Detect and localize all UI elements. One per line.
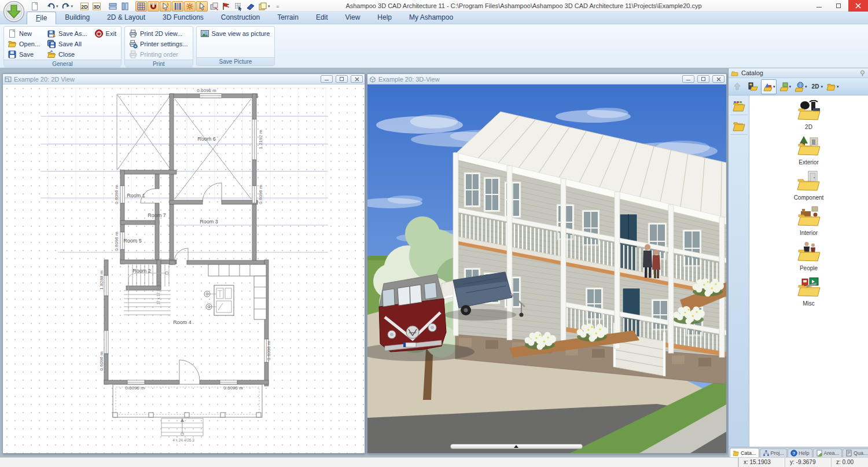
catalog-tab-proj[interactable]: Proj... [760,448,788,457]
qat-redo[interactable]: ▾ [60,1,75,12]
ribbon-item-save-as-[interactable]: Save As... [47,28,87,39]
catalog-item-component[interactable]: Component [794,171,824,201]
catalog-toolbar-materials-catalog[interactable]: ▾ [777,79,793,94]
catalog-tab-qua[interactable]: Qua... [843,448,868,457]
qat-snap-points[interactable] [184,1,196,12]
catalog-toolbar-folder-catalog[interactable]: ▾ [825,79,840,94]
tab-2d-layout[interactable]: 2D & Layout [98,12,154,24]
qat-grid-edit[interactable] [233,1,244,12]
plan-close-button[interactable] [351,75,363,83]
catalog-toolbar-2d-catalog[interactable]: 2D▾ [809,79,825,94]
ribbon-item-save-view-as-picture[interactable]: Save view as picture [200,28,270,39]
qat-3d-view[interactable]: 3D [91,1,102,12]
catalog-header[interactable]: Catalog [729,68,868,78]
qat-selection-arrow[interactable] [196,1,208,12]
qat-split-vertical[interactable] [119,1,131,12]
view-3d-window: Example 20: 3D-View [367,73,727,454]
qat-undo[interactable]: ▾ [45,1,60,12]
catalog-tab-label: Proj... [771,450,785,456]
maximize-button[interactable] [829,0,848,12]
qat-customize-toolbar[interactable]: = [272,1,284,12]
ribbon-item-close[interactable]: Close [47,49,87,60]
qat-copy-options[interactable]: ▾ [257,1,271,12]
window-title: Ashampoo 3D CAD Architecture 11 - C:\Pro… [249,0,799,12]
catalog-item-list: 2DExteriorComponentInteriorPeopleMisc [749,95,868,447]
ribbon-group-general: NewOpen...SaveSave As...Save AllCloseExi… [3,26,122,66]
catalog-tab-area[interactable]: Area... [813,448,843,457]
plan-2d-titlebar[interactable]: Example 20: 2D View [3,74,365,84]
ribbon-item-save-all[interactable]: Save All [47,39,87,49]
view-rollup-slider[interactable] [450,444,583,449]
ribbon-tab-row: FileBuilding2D & Layout3D FunctionsConst… [0,12,868,24]
catalog-tab-help[interactable]: ?Help [788,448,812,457]
tab-construction[interactable]: Construction [212,12,269,24]
catalog-item-exterior[interactable]: Exterior [796,135,822,166]
view3d-close-button[interactable] [712,75,724,83]
catalog-item-label: People [800,265,818,271]
catalog-item-interior[interactable]: Interior [796,206,822,236]
dropdown-arrow-icon: ▾ [821,84,823,89]
dimension-label: 1.2192 m [258,130,263,149]
view3d-minimize-button[interactable] [682,75,694,83]
catalog-tab-cata[interactable]: Cata... [730,448,759,457]
ribbon-item-save[interactable]: Save [8,49,40,60]
catalog-title: Catalog [741,69,857,76]
tab-3d-functions[interactable]: 3D Functions [154,12,212,24]
qat-transform-object[interactable] [208,1,220,12]
tab-edit[interactable]: Edit [307,12,337,24]
ribbon-item-open-[interactable]: Open... [8,39,40,49]
catalog-rail-objects[interactable] [730,98,748,115]
room-label: Room 7 [148,212,166,218]
ribbon-item-printer-settings-[interactable]: Printer settings... [128,39,188,49]
tab-terrain[interactable]: Terrain [269,12,307,24]
tab-my-ashampoo[interactable]: My Ashampoo [400,12,462,24]
close-button[interactable] [848,0,868,12]
catalog-rail-materials[interactable] [730,117,748,135]
qat-select-elements[interactable] [160,1,171,12]
tab-view[interactable]: View [337,12,369,24]
view-3d-titlebar[interactable]: Example 20: 3D-View [367,74,726,84]
catalog-toolbar-groups-catalog[interactable]: ▾ [761,79,777,94]
qat-grid[interactable] [135,1,147,12]
ribbon-item-exit[interactable]: Exit [94,28,116,39]
view-3d-canvas[interactable] [367,84,726,453]
app-logo-button[interactable] [3,1,25,23]
qat-fill-tool[interactable] [220,1,232,12]
dimension-label: 0.6096 m [99,351,104,370]
catalog-item-misc[interactable]: Misc [796,277,822,307]
plan-2d-canvas[interactable]: Room 6Room 1Room 7Room 3Room 5Room 2Room… [3,84,365,453]
saveall-icon [47,39,56,49]
minimize-button[interactable] [809,0,829,12]
qat-new-document[interactable] [29,1,41,12]
quick-access-toolbar: ▾▾2D3D▾= [29,1,284,12]
catalog-toolbar-objects-catalog[interactable] [745,79,760,94]
pin-icon[interactable] [859,70,866,76]
materials-folder-icon [731,120,746,132]
catalog-item-label: Component [794,194,824,201]
qat-guides[interactable] [172,1,183,12]
catalog-tab-label: Help [799,450,810,456]
catalog-item-people[interactable]: People [796,241,822,271]
box-icon [209,2,219,11]
tab-building[interactable]: Building [56,12,98,24]
catalog-tab-label: Area... [824,450,840,456]
ribbon-item-new[interactable]: New [8,28,40,39]
room-label: Room 5 [123,238,142,244]
qat-split-horizontal[interactable] [107,1,119,12]
qat-eraser-wedge[interactable] [245,1,256,12]
qat-snap-magnet[interactable] [148,1,159,12]
mdi-workspace: Example 20: 2D View Room 6Room 1Room 7Ro… [0,68,728,457]
people-folder-icon [796,241,822,264]
tab-file[interactable]: File [27,12,56,24]
plan-minimize-button[interactable] [321,75,333,83]
ribbon-item-print-2d-view-[interactable]: Print 2D view... [128,28,188,39]
view3d-maximize-button[interactable] [697,75,709,83]
qat-2d-view[interactable]: 2D [79,1,90,12]
wedge-icon [246,2,255,11]
catalog-toolbar-internet-catalog[interactable]: ▾ [793,79,808,94]
tab-help[interactable]: Help [369,12,400,24]
objects-folder-icon [731,101,746,112]
catalog-item-2d[interactable]: 2D [796,100,822,130]
2d-window-icon [5,76,12,83]
plan-maximize-button[interactable] [336,75,348,83]
